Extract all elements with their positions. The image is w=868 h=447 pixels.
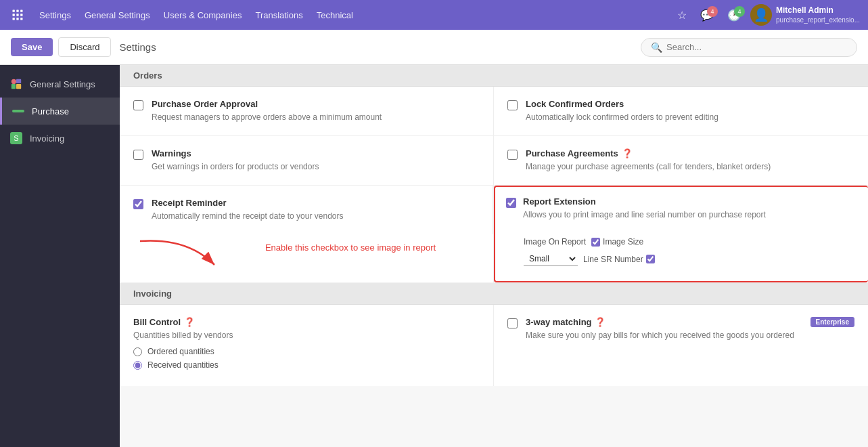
image-size-label-container: Image Size: [591, 237, 643, 247]
discard-button[interactable]: Discard: [58, 37, 111, 57]
search-input[interactable]: [666, 42, 847, 52]
image-size-label: Image Size: [603, 237, 643, 247]
page-title: Settings: [119, 41, 156, 53]
svg-rect-10: [12, 84, 16, 89]
three-way-matching-checkbox[interactable]: [507, 318, 518, 328]
lock-confirmed-orders-label: Lock Confirmed Orders: [526, 99, 718, 109]
received-quantities-radio[interactable]: [133, 361, 142, 370]
general-settings-icon: [9, 77, 23, 91]
ordered-quantities-radio[interactable]: [133, 347, 142, 356]
save-button[interactable]: Save: [11, 38, 53, 56]
purchase-order-approval-desc: Request managers to approve orders above…: [152, 111, 382, 123]
sidebar-item-purchase[interactable]: Purchase: [0, 98, 120, 125]
three-way-matching-help-icon[interactable]: ❓: [595, 317, 606, 327]
purchase-agreements-checkbox[interactable]: [507, 150, 518, 160]
sidebar-item-general-settings[interactable]: General Settings: [0, 70, 120, 98]
report-extension-desc: Allows you to print image and line seria…: [523, 209, 857, 221]
report-extension-label: Report Extension: [523, 196, 857, 207]
receipt-reminder-desc: Automatically remind the receipt date to…: [152, 210, 343, 222]
sidebar-item-invoicing[interactable]: S Invoicing: [0, 125, 120, 152]
line-sr-label-container: Line SR Number: [583, 255, 655, 264]
warnings-checkbox[interactable]: [133, 150, 143, 160]
orders-row-3: Receipt Reminder Automatically remind th…: [120, 186, 868, 283]
svg-rect-6: [13, 18, 15, 20]
sidebar-label-invoicing: Invoicing: [30, 133, 64, 144]
lock-confirmed-orders-checkbox[interactable]: [507, 100, 518, 110]
receipt-reminder-text: Receipt Reminder Automatically remind th…: [152, 198, 343, 222]
image-on-report-label: Image On Report: [524, 237, 586, 247]
svg-rect-11: [16, 79, 21, 83]
user-text: Mitchell Admin purchase_report_extensio.…: [776, 5, 860, 25]
lock-confirmed-orders-desc: Automatically lock confirmed orders to p…: [526, 111, 718, 123]
ordered-quantities-label: Ordered quantities: [147, 347, 214, 356]
purchase-order-approval-item: Purchase Order Approval Request managers…: [120, 87, 494, 135]
bill-control-text: Bill Control ❓ Quantities billed by vend…: [133, 317, 233, 374]
lock-confirmed-orders-text: Lock Confirmed Orders Automatically lock…: [526, 99, 718, 123]
search-bar[interactable]: 🔍: [641, 38, 857, 57]
svg-rect-13: [12, 110, 24, 112]
app-grid-button[interactable]: [8, 5, 27, 24]
orders-row-2: Warnings Get warnings in orders for prod…: [120, 136, 868, 186]
main-layout: General Settings Purchase S Invoicing Or…: [0, 65, 868, 447]
sidebar-label-purchase: Purchase: [32, 106, 69, 116]
warnings-desc: Get warnings in orders for products or v…: [152, 161, 319, 173]
image-size-select[interactable]: Small Medium Large: [524, 252, 578, 266]
svg-point-9: [12, 79, 16, 84]
report-extension-checkbox[interactable]: [506, 198, 516, 208]
svg-rect-7: [16, 18, 18, 20]
line-sr-checkbox[interactable]: [646, 255, 655, 263]
image-size-checkbox[interactable]: [591, 238, 600, 247]
user-avatar: 👤: [750, 4, 772, 26]
three-way-matching-desc: Make sure you only pay bills for which y…: [526, 329, 854, 341]
orders-section-header: Orders: [120, 65, 868, 87]
svg-rect-3: [13, 14, 15, 16]
three-way-matching-item: 3-way matching ❓ Enterprise Make sure yo…: [494, 305, 868, 386]
bill-control-label: Bill Control ❓: [133, 317, 233, 327]
receipt-reminder-item: Receipt Reminder Automatically remind th…: [120, 186, 493, 234]
messages-badge: 4: [707, 6, 718, 17]
three-way-matching-text: 3-way matching ❓ Enterprise Make sure yo…: [526, 317, 854, 341]
top-navigation: Settings General Settings Users & Compan…: [0, 0, 868, 30]
svg-rect-1: [16, 10, 18, 12]
svg-rect-5: [20, 14, 22, 16]
purchase-agreements-help-icon[interactable]: ❓: [622, 148, 633, 158]
svg-rect-8: [20, 18, 22, 20]
toolbar: Save Discard Settings 🔍: [0, 30, 868, 65]
ordered-quantities-option[interactable]: Ordered quantities: [133, 347, 233, 356]
purchase-order-approval-checkbox[interactable]: [133, 100, 143, 110]
warnings-label: Warnings: [152, 148, 319, 158]
image-on-report-row: Image On Report Image Size: [524, 237, 857, 247]
user-name: Mitchell Admin: [776, 5, 860, 16]
warnings-text: Warnings Get warnings in orders for prod…: [152, 148, 319, 173]
received-quantities-option[interactable]: Received quantities: [133, 360, 233, 370]
sidebar-label-general-settings: General Settings: [30, 79, 95, 89]
activity-button[interactable]: 🕐4: [723, 6, 745, 24]
purchase-agreements-desc: Manage your purchase agreements (call fo…: [526, 161, 771, 173]
user-menu[interactable]: 👤 Mitchell Admin purchase_report_extensi…: [750, 4, 860, 26]
nav-translations[interactable]: Translations: [248, 0, 309, 30]
nav-technical[interactable]: Technical: [310, 0, 360, 30]
svg-rect-12: [16, 84, 21, 89]
user-subtext: purchase_report_extensio...: [776, 16, 860, 24]
line-sr-label: Line SR Number: [583, 255, 643, 264]
nav-general-settings[interactable]: General Settings: [78, 0, 157, 30]
report-extension-text: Report Extension Allows you to print ima…: [523, 196, 857, 221]
star-button[interactable]: ☆: [673, 6, 691, 24]
search-icon: 🔍: [651, 42, 662, 53]
activity-badge: 4: [734, 6, 745, 17]
invoicing-grid: Bill Control ❓ Quantities billed by vend…: [120, 305, 868, 386]
purchase-order-approval-label: Purchase Order Approval: [152, 99, 382, 109]
enterprise-badge: Enterprise: [810, 317, 854, 327]
receipt-reminder-checkbox[interactable]: [133, 199, 143, 209]
receipt-reminder-column: Receipt Reminder Automatically remind th…: [120, 186, 494, 282]
purchase-icon: [12, 104, 25, 118]
purchase-agreements-item: Purchase Agreements ❓ Manage your purcha…: [494, 136, 868, 185]
messages-button[interactable]: 💬4: [696, 6, 718, 24]
arrow-svg: [133, 234, 221, 272]
report-extension-header: Report Extension Allows you to print ima…: [506, 196, 857, 221]
sidebar: General Settings Purchase S Invoicing: [0, 65, 120, 447]
bill-control-help-icon[interactable]: ❓: [184, 317, 195, 327]
nav-users-companies[interactable]: Users & Companies: [157, 0, 249, 30]
svg-rect-2: [20, 10, 22, 12]
nav-settings[interactable]: Settings: [32, 0, 78, 30]
